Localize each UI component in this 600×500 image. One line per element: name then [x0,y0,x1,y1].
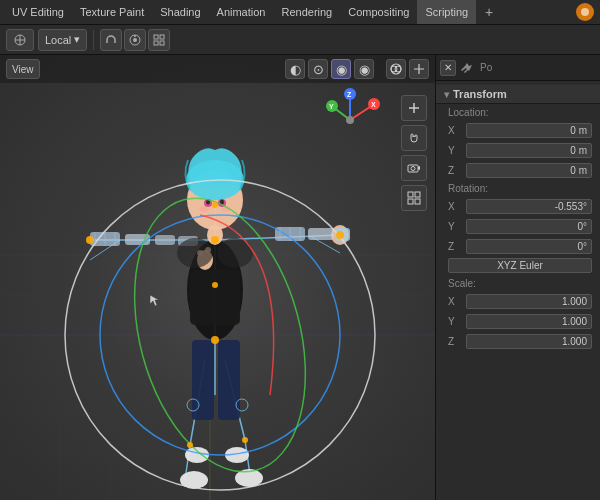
menu-item-compositing[interactable]: Compositing [340,0,417,24]
location-y-field[interactable]: 0 m [466,143,592,158]
transform-label: Transform [453,88,507,100]
magnet-icon [105,34,117,46]
scale-z-field[interactable]: 1.000 [466,334,592,349]
svg-rect-61 [155,235,175,245]
rotation-y-row: Y 0° [436,216,600,236]
viewport-header: View ◐ ⊙ ◉ ◉ [0,55,435,83]
scale-x-field[interactable]: 1.000 [466,294,592,309]
svg-rect-40 [192,340,214,420]
rendered-shading-btn[interactable]: ◉ [354,59,374,79]
rotation-x-row: X -0.553° [436,196,600,216]
svg-point-72 [211,236,219,244]
rotation-z-row: Z 0° [436,236,600,256]
add-zoom-btn[interactable] [401,95,427,121]
svg-rect-13 [160,41,164,45]
proportional-icon [129,34,141,46]
view-mode-btn[interactable]: Local ▾ [38,29,87,51]
svg-point-73 [212,282,218,288]
wireframe-shading-btn[interactable]: ◐ [285,59,305,79]
proportional-edit-btn[interactable] [124,29,146,51]
viewport-header-right: ◐ ⊙ ◉ ◉ [285,59,429,79]
scale-y-label: Y [448,316,462,327]
panel-top-bar: ✕ Po [436,55,600,81]
menu-item-animation[interactable]: Animation [209,0,274,24]
svg-rect-11 [160,35,164,39]
solid-shading-btn[interactable]: ⊙ [308,59,328,79]
location-z-row: Z 0 m [436,160,600,180]
menu-item-rendering[interactable]: Rendering [273,0,340,24]
svg-point-8 [133,38,137,42]
grid-snap-btn[interactable] [148,29,170,51]
svg-rect-39 [190,270,240,325]
scale-label: Scale: [436,275,600,291]
menu-item-shading[interactable]: Shading [152,0,208,24]
rotation-y-field[interactable]: 0° [466,219,592,234]
add-workspace-button[interactable]: + [478,1,500,23]
svg-text:Z: Z [347,91,352,98]
grab-tool-btn[interactable] [401,125,427,151]
menu-item-uv-editing[interactable]: UV Editing [4,0,72,24]
blender-logo [574,1,596,23]
menu-bar: UV Editing Texture Paint Shading Animati… [0,0,600,25]
main-area: View ◐ ⊙ ◉ ◉ [0,55,600,500]
scale-z-label: Z [448,336,462,347]
rotation-label: Rotation: [436,180,600,196]
euler-mode-select[interactable]: XYZ Euler [448,258,592,273]
snap-group [100,29,170,51]
snap-btn[interactable] [100,29,122,51]
rot-z-label: Z [448,241,462,252]
svg-point-75 [86,236,94,244]
pin-icon[interactable] [460,61,474,75]
scale-y-field[interactable]: 1.000 [466,314,592,329]
scale-z-row: Z 1.000 [436,331,600,351]
scale-x-label: X [448,296,462,307]
view-mode-chevron: ▾ [74,33,80,46]
view-label: View [12,64,34,75]
menu-item-texture-paint[interactable]: Texture Paint [72,0,152,24]
close-panel-btn[interactable]: ✕ [440,60,456,76]
svg-point-87 [391,64,401,74]
scale-y-row: Y 1.000 [436,311,600,331]
svg-point-99 [346,116,354,124]
menu-item-scripting[interactable]: Scripting [417,0,476,24]
gizmo-overlay-btn[interactable] [409,59,429,79]
location-z-field[interactable]: 0 m [466,163,592,178]
rotation-z-field[interactable]: 0° [466,239,592,254]
grid-icon [153,34,165,46]
svg-rect-108 [415,199,420,204]
svg-point-74 [211,336,219,344]
camera-icon [407,161,421,175]
svg-point-1 [581,8,589,16]
location-label: Location: [436,104,600,120]
orientation-gizmo: Z X Y [315,85,385,155]
hand-icon [407,131,421,145]
camera-btn[interactable] [401,155,427,181]
svg-rect-64 [308,228,334,240]
transform-gizmo-icon [13,33,27,47]
svg-point-76 [336,231,344,239]
svg-point-104 [411,167,415,171]
overlay-btn[interactable] [386,59,406,79]
right-panel: ✕ Po ▾ Transform Location: X 0 m Y 0 m [435,55,600,500]
loc-y-label: Y [448,145,462,156]
grid-view-btn[interactable] [401,185,427,211]
transform-section-header[interactable]: ▾ Transform [436,85,600,104]
svg-point-42 [185,447,209,463]
svg-point-71 [212,202,218,208]
3d-viewport[interactable]: View ◐ ⊙ ◉ ◉ [0,55,435,500]
transform-icon-btn[interactable] [6,29,34,51]
location-x-field[interactable]: 0 m [466,123,592,138]
svg-text:Y: Y [329,103,334,110]
gizmo-container[interactable]: Z X Y [315,85,385,155]
loc-x-label: X [448,125,462,136]
material-shading-btn[interactable]: ◉ [331,59,351,79]
rot-x-label: X [448,201,462,212]
section-arrow-icon: ▾ [444,89,449,100]
toolbar-sep-1 [93,30,94,50]
view-menu-btn[interactable]: View [6,59,40,79]
svg-rect-10 [154,35,158,39]
rotation-x-field[interactable]: -0.553° [466,199,592,214]
rot-y-label: Y [448,221,462,232]
panel-label: Po [480,62,492,73]
svg-rect-105 [408,192,413,197]
